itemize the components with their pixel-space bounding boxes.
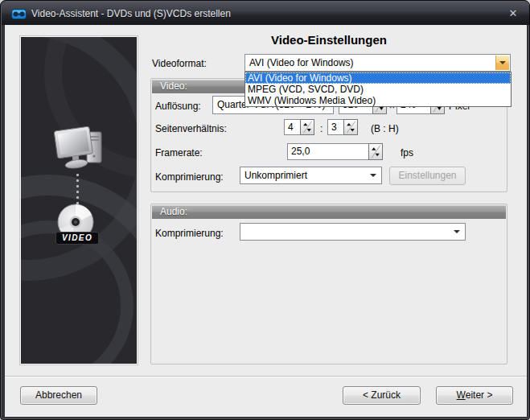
next-button[interactable]: Weiter >: [436, 386, 513, 405]
audio-compression-combobox[interactable]: [240, 223, 466, 241]
footer-divider: [5, 376, 527, 377]
video-compression-label: Komprimierung:: [155, 171, 224, 183]
settings-button[interactable]: Einstellungen: [389, 167, 466, 185]
close-icon[interactable]: ✕: [505, 6, 521, 21]
flow-dot: [76, 196, 79, 199]
titlebar[interactable]: Video-Assistent - DVDs und (S)VCDs erste…: [2, 2, 530, 25]
framerate-unit-label: fps: [401, 147, 413, 159]
aspect-label: Seitenverhältnis:: [155, 123, 227, 134]
aspect-separator: :: [320, 123, 323, 134]
framerate-label: Framerate:: [155, 147, 203, 159]
videoformat-combobox[interactable]: AVI (Video for Windows): [244, 54, 511, 72]
dropdown-option-avi[interactable]: AVI (Video for Windows): [245, 72, 511, 84]
wizard-sidebar-artwork: VIDEO: [20, 36, 138, 364]
next-button-rest: eiter >: [466, 389, 493, 401]
video-compression-value: Unkomprimiert: [244, 170, 307, 181]
aspect-height-input[interactable]: 3: [327, 119, 344, 135]
audio-section-header: Audio:: [152, 205, 506, 219]
aspect-width-input[interactable]: 4: [284, 119, 301, 135]
video-compression-combobox[interactable]: Unkomprimiert: [240, 167, 382, 184]
aspect-suffix-label: (B : H): [371, 123, 399, 134]
dropdown-option-mpeg[interactable]: MPEG (VCD, SVCD, DVD): [245, 84, 511, 95]
app-video-icon: [11, 8, 27, 20]
videoformat-dropdown-button[interactable]: [495, 56, 509, 70]
chevron-down-icon: [454, 230, 460, 233]
videoformat-label: Videoformat:: [152, 58, 207, 69]
flow-dot: [76, 179, 79, 182]
flow-dot: [76, 202, 79, 204]
cancel-button[interactable]: Abbrechen: [20, 386, 97, 405]
chevron-down-icon: [370, 174, 376, 177]
videoformat-dropdown-list: AVI (Video for Windows) MPEG (VCD, SVCD,…: [244, 72, 512, 107]
framerate-stepper[interactable]: [368, 143, 383, 160]
next-button-accel: W: [457, 389, 466, 401]
audio-compression-label: Komprimierung:: [155, 228, 224, 239]
sidebar-art-icon: [21, 37, 138, 364]
video-step-badge: VIDEO: [55, 232, 99, 245]
aspect-width-stepper[interactable]: [300, 119, 314, 135]
flow-dot: [76, 185, 79, 187]
framerate-input[interactable]: 25,0: [287, 143, 369, 160]
aspect-height-stepper[interactable]: [343, 119, 358, 135]
flow-dot: [76, 174, 79, 176]
page-title: Video-Einstellungen: [150, 33, 507, 47]
resolution-label: Auflösung:: [155, 101, 201, 112]
videoformat-value: AVI (Video for Windows): [249, 57, 354, 68]
window-title: Video-Assistent - DVDs und (S)VCDs erste…: [31, 8, 231, 19]
back-button[interactable]: < Zurück: [343, 386, 421, 405]
wizard-window: Video-Assistent - DVDs und (S)VCDs erste…: [0, 0, 530, 420]
dropdown-option-wmv[interactable]: WMV (Windows Media Video): [245, 95, 511, 106]
flow-dot: [76, 191, 79, 193]
